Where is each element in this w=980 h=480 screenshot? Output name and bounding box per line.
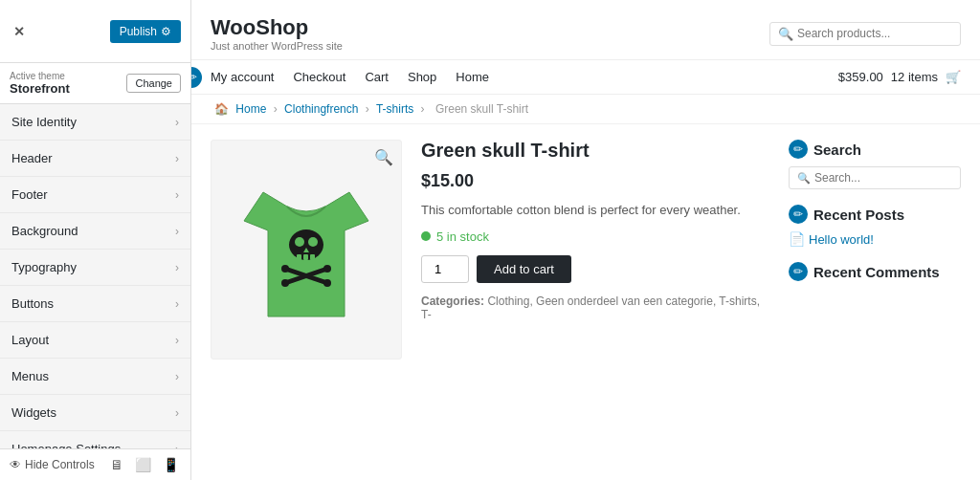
categories-label: Categories: [421, 295, 484, 308]
product-price: $15.00 [421, 171, 769, 191]
search-widget-title: Search [813, 142, 861, 158]
widget-search-box[interactable]: 🔍 [789, 166, 961, 189]
panel-header: ✕ Publish ⚙ [0, 0, 190, 63]
stock-indicator [421, 231, 431, 241]
chevron-icon: › [175, 188, 179, 202]
edit-recent-posts-button[interactable]: ✏ [789, 205, 808, 224]
svg-point-10 [323, 265, 331, 273]
breadcrumb: 🏠 Home › Clothingfrench › T-shirts › Gre… [191, 95, 980, 124]
device-icons: 🖥 ⬜ 📱 [108, 455, 181, 474]
breadcrumb-tshirts[interactable]: T-shirts [376, 102, 413, 116]
nav-link-cart[interactable]: Cart [365, 70, 389, 84]
nav-item-typography[interactable]: Typography› [0, 250, 190, 286]
product-description: This comfortable cotton blend is perfect… [421, 201, 769, 220]
nav-item-background[interactable]: Background› [0, 213, 190, 250]
search-widget-title-bar: ✏ Search [789, 140, 961, 159]
svg-point-2 [308, 237, 318, 247]
recent-posts-widget: ✏ Recent Posts 📄 Hello world! [789, 205, 961, 247]
stock-status: 5 in stock [421, 229, 769, 244]
gear-icon: ⚙ [161, 25, 171, 38]
theme-info: Active theme Storefront [10, 71, 70, 96]
cart-amount: $359.00 [838, 70, 883, 84]
nav-link-shop[interactable]: Shop [408, 70, 436, 84]
cart-icon: 🛒 [946, 70, 961, 84]
add-to-cart-button[interactable]: Add to cart [477, 255, 571, 283]
nav-item-widgets[interactable]: Widgets› [0, 395, 190, 431]
chevron-icon: › [175, 152, 179, 165]
edit-search-widget-button[interactable]: ✏ [789, 140, 808, 159]
edit-recent-comments-button[interactable]: ✏ [789, 262, 808, 281]
publish-button[interactable]: Publish ⚙ [110, 20, 181, 43]
home-icon: 🏠 [214, 102, 229, 116]
recent-posts-title-bar: ✏ Recent Posts [789, 205, 961, 224]
svg-rect-4 [297, 254, 301, 260]
customizer-panel: ✕ Publish ⚙ Active theme Storefront Chan… [0, 0, 191, 480]
svg-point-11 [281, 279, 289, 287]
nav-item-header[interactable]: Header› [0, 141, 190, 177]
preview-area: WooShop Just another WordPress site 🔍 ✏ … [191, 0, 980, 480]
store-header: WooShop Just another WordPress site 🔍 [191, 0, 980, 60]
nav-link-checkout[interactable]: Checkout [293, 70, 345, 84]
hide-controls-button[interactable]: 👁 Hide Controls [10, 458, 95, 471]
store-content: 🔍 [191, 124, 980, 375]
recent-comments-title: Recent Comments [813, 264, 940, 280]
nav-item-site-identity[interactable]: Site Identity› [0, 104, 190, 141]
panel-footer: 👁 Hide Controls 🖥 ⬜ 📱 [0, 448, 190, 480]
product-image: 🔍 [211, 140, 402, 360]
nav-item-layout[interactable]: Layout› [0, 322, 190, 359]
svg-rect-5 [303, 254, 308, 260]
sidebar-widgets: ✏ Search 🔍 ✏ Recent Posts 📄 [789, 140, 961, 360]
chevron-icon: › [175, 406, 179, 420]
store-brand: WooShop Just another WordPress site [211, 15, 343, 52]
search-icon: 🔍 [778, 27, 793, 41]
nav-item-homepage-settings[interactable]: Homepage Settings› [0, 431, 190, 448]
widget-search-icon: 🔍 [797, 172, 811, 185]
tablet-view-button[interactable]: ⬜ [133, 455, 153, 474]
store-preview: WooShop Just another WordPress site 🔍 ✏ … [191, 0, 980, 480]
nav-item-buttons[interactable]: Buttons› [0, 286, 190, 322]
svg-point-12 [323, 279, 331, 287]
breadcrumb-home[interactable]: Home [235, 102, 266, 116]
recent-posts-title: Recent Posts [813, 207, 904, 223]
store-search-input[interactable] [797, 27, 952, 40]
chevron-icon: › [175, 297, 179, 311]
post-icon-1: 📄 [789, 231, 805, 247]
cart-items: 12 items [891, 70, 938, 84]
recent-comments-widget: ✏ Recent Comments [789, 262, 961, 281]
svg-point-9 [281, 265, 289, 273]
store-tagline: Just another WordPress site [211, 40, 343, 52]
edit-nav-button[interactable]: ✏ [191, 67, 202, 88]
active-theme-name: Storefront [10, 81, 70, 96]
svg-point-1 [295, 237, 304, 247]
stock-label: 5 in stock [436, 229, 489, 244]
chevron-icon: › [175, 116, 179, 129]
mobile-view-button[interactable]: 📱 [161, 455, 181, 474]
customizer-nav-list: Site Identity›Header›Footer›Background›T… [0, 104, 190, 448]
quantity-input[interactable] [421, 255, 469, 283]
nav-item-footer[interactable]: Footer› [0, 177, 190, 213]
search-widget: ✏ Search 🔍 [789, 140, 961, 189]
zoom-icon[interactable]: 🔍 [374, 148, 393, 166]
product-details: Green skull T-shirt $15.00 This comforta… [421, 140, 769, 360]
post-link-1[interactable]: 📄 Hello world! [789, 231, 961, 247]
breadcrumb-clothing[interactable]: Clothingfrench [284, 102, 358, 116]
change-theme-button[interactable]: Change [126, 74, 181, 93]
nav-link-my-account[interactable]: My account [211, 70, 274, 84]
store-nav: ✏ My accountCheckoutCartShopHome $359.00… [191, 60, 980, 95]
desktop-view-button[interactable]: 🖥 [108, 455, 125, 474]
product-title: Green skull T-shirt [421, 140, 769, 162]
add-to-cart-row: Add to cart [421, 255, 769, 283]
close-button[interactable]: ✕ [10, 24, 29, 39]
recent-comments-title-bar: ✏ Recent Comments [789, 262, 961, 281]
active-theme-section: Active theme Storefront Change [0, 63, 190, 104]
panel-actions: Publish ⚙ [110, 20, 181, 43]
nav-item-menus[interactable]: Menus› [0, 359, 190, 395]
widget-search-input[interactable] [814, 171, 952, 185]
post-title-1: Hello world! [809, 232, 874, 247]
breadcrumb-current: Green skull T-shirt [435, 102, 528, 116]
store-search-box[interactable]: 🔍 [769, 22, 961, 46]
chevron-icon: › [175, 261, 179, 274]
eye-icon: 👁 [10, 458, 21, 471]
product-categories: Categories: Clothing, Geen onderdeel van… [421, 295, 769, 321]
nav-link-home[interactable]: Home [456, 70, 489, 84]
